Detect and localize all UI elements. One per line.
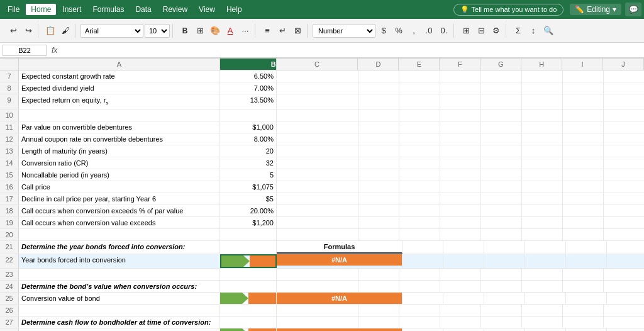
cell-i-18[interactable] [563,205,604,216]
cell-g-19[interactable] [481,217,522,228]
cell-a-22[interactable]: Year bonds forced into conversion [19,254,220,268]
cell-a-25[interactable]: Conversion value of bond [19,293,220,304]
cell-b-28[interactable] [220,328,277,331]
cell-d-18[interactable] [358,205,399,216]
cell-f-16[interactable] [440,181,481,193]
cell-d-17[interactable] [358,193,399,205]
cell-a-15[interactable]: Noncallable period (in years) [19,169,220,181]
cell-g-10[interactable] [481,109,522,121]
chat-button[interactable]: 💬 [625,3,641,16]
cell-e-27[interactable] [399,317,440,328]
cell-j-18[interactable] [604,205,644,216]
cell-d-13[interactable] [358,145,399,157]
cell-h-21[interactable] [566,241,607,254]
cell-j-26[interactable] [604,305,644,316]
cell-j-8[interactable] [604,82,644,94]
cell-a-20[interactable] [19,229,220,240]
cell-reference-box[interactable] [3,45,47,56]
menu-file[interactable]: File [3,4,25,15]
cell-h-7[interactable] [522,70,563,82]
find-button[interactable]: 🔍 [541,24,555,38]
cell-g-15[interactable] [481,169,522,181]
cell-d-27[interactable] [358,317,399,328]
cell-h-15[interactable] [522,169,563,181]
cell-e-21[interactable] [443,241,484,254]
cell-e-24[interactable] [399,281,440,292]
cell-e-9[interactable] [399,94,440,109]
cell-d-7[interactable] [358,70,399,82]
col-header-a[interactable]: A [19,59,220,70]
font-size-select[interactable]: 10 [145,24,170,38]
cell-d-16[interactable] [358,181,399,193]
cell-j-17[interactable] [604,193,644,205]
cell-e-14[interactable] [399,157,440,169]
cell-h-13[interactable] [522,145,563,157]
cell-h-27[interactable] [522,317,563,328]
cell-f-24[interactable] [440,281,481,292]
cell-h-25[interactable] [566,293,607,304]
wrap-button[interactable]: ↵ [275,24,289,38]
cell-f-8[interactable] [440,82,481,94]
col-header-f[interactable]: F [440,59,480,70]
cell-j-14[interactable] [604,157,644,169]
cell-e-26[interactable] [399,305,440,316]
cell-c-10[interactable] [277,109,358,121]
cell-b-14[interactable]: 32 [220,157,277,169]
cell-a-27[interactable]: Determine cash flow to bondholder at tim… [19,317,220,328]
cell-i-20[interactable] [563,229,604,240]
cell-b-18[interactable]: 20.00% [220,205,277,216]
cell-h-23[interactable] [522,269,563,280]
cell-b-20[interactable] [220,229,277,240]
col-header-g[interactable]: G [480,59,521,70]
cell-f-15[interactable] [440,169,481,181]
cell-a-18[interactable]: Call occurs when conversion exceeds % of… [19,205,220,216]
cell-c-14[interactable] [277,157,358,169]
cell-i-8[interactable] [563,82,604,94]
menu-view[interactable]: View [194,4,220,15]
cell-b-26[interactable] [220,305,277,316]
cell-b-17[interactable]: $5 [220,193,277,205]
cell-d-8[interactable] [358,82,399,94]
cell-c-17[interactable] [277,193,358,205]
cell-c-15[interactable] [277,169,358,181]
cell-d-20[interactable] [358,229,399,240]
col-header-i[interactable]: I [562,59,603,70]
cell-b-16[interactable]: $1,075 [220,181,277,193]
cell-i-19[interactable] [563,217,604,228]
cell-h-20[interactable] [522,229,563,240]
cell-f-18[interactable] [440,205,481,216]
cell-c-25[interactable]: #N/A [277,293,402,304]
increase-decimal-button[interactable]: .0 [422,24,436,38]
cell-d-28[interactable] [402,328,443,331]
cell-f-14[interactable] [440,157,481,169]
cell-a-9[interactable]: Expected return on equity, rs [19,94,220,109]
cell-h-14[interactable] [522,157,563,169]
cell-g-11[interactable] [481,121,522,133]
cell-d-11[interactable] [358,121,399,133]
col-header-c[interactable]: C [277,59,358,70]
autosum-button[interactable]: Σ [511,24,525,38]
cell-e-18[interactable] [399,205,440,216]
fill-color-button[interactable]: 🎨 [208,24,222,38]
cell-i-13[interactable] [563,145,604,157]
cell-h-17[interactable] [522,193,563,205]
cell-j-13[interactable] [604,145,644,157]
cell-c-19[interactable] [277,217,358,228]
cell-j-7[interactable] [604,70,644,82]
percent-button[interactable]: % [392,24,406,38]
col-header-j[interactable]: J [603,59,644,70]
cell-g-8[interactable] [481,82,522,94]
cell-d-12[interactable] [358,133,399,145]
cell-f-26[interactable] [440,305,481,316]
cell-f-19[interactable] [440,217,481,228]
number-format-select[interactable]: Number [313,24,375,38]
cell-d-15[interactable] [358,169,399,181]
cell-g-17[interactable] [481,193,522,205]
cell-c-27[interactable] [277,317,358,328]
cell-g-27[interactable] [481,317,522,328]
cell-j-20[interactable] [604,229,644,240]
cell-g-23[interactable] [481,269,522,280]
cell-e-23[interactable] [399,269,440,280]
cell-b-8[interactable]: 7.00% [220,82,277,94]
tell-me-input[interactable]: 💡 Tell me what you want to do [453,4,564,16]
